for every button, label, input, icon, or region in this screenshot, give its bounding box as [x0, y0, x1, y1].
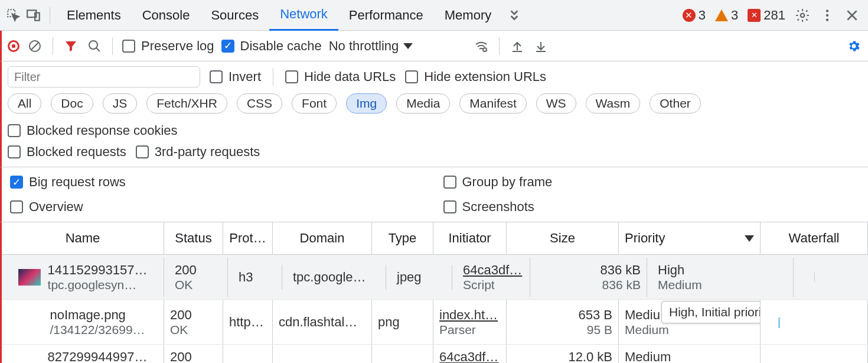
divider [112, 37, 113, 55]
col-priority[interactable]: Priority [619, 222, 761, 254]
overview-checkbox[interactable] [10, 200, 23, 213]
filter-input[interactable] [8, 66, 200, 87]
initiator-link[interactable]: 64ca3df… [439, 349, 500, 363]
blocked-requests-option[interactable]: Blocked requests [8, 144, 126, 160]
initiator-link[interactable]: index.ht… [439, 307, 500, 323]
col-domain[interactable]: Domain [273, 222, 372, 254]
close-icon[interactable] [842, 5, 862, 25]
warning-count[interactable]: 3 [715, 8, 738, 23]
preserve-log-checkbox[interactable] [122, 40, 135, 53]
big-rows-option[interactable]: Big request rows [10, 174, 427, 190]
throttling-select[interactable]: No throttling [329, 38, 466, 54]
third-party-label: 3rd-party requests [155, 144, 260, 160]
name-primary: 141152993157… [48, 262, 148, 278]
type-pill-font[interactable]: Font [292, 93, 337, 114]
big-rows-checkbox[interactable] [10, 176, 23, 189]
divider [50, 7, 50, 24]
settings-gear-icon[interactable] [792, 5, 812, 25]
tab-elements[interactable]: Elements [56, 0, 132, 31]
export-har-icon[interactable] [533, 38, 549, 54]
invert-option[interactable]: Invert [210, 69, 261, 85]
type-pill-other[interactable]: Other [650, 93, 701, 114]
device-toolbar-icon[interactable] [24, 5, 44, 25]
col-type[interactable]: Type [372, 222, 433, 254]
hide-data-urls-label: Hide data URLs [304, 69, 396, 85]
blocked-cookies-checkbox[interactable] [8, 124, 21, 137]
tab-network[interactable]: Network [269, 0, 338, 31]
network-options-bar: Big request rows Overview Group by frame… [0, 167, 868, 222]
blocked-requests-checkbox[interactable] [8, 145, 21, 158]
cell-priority: HighMedium [652, 258, 794, 297]
warning-count-value: 3 [731, 8, 738, 23]
error-count-value: 3 [699, 8, 706, 23]
hide-data-urls-checkbox[interactable] [285, 70, 298, 83]
type-pill-css[interactable]: CSS [237, 93, 282, 114]
cell-waterfall [761, 345, 868, 363]
table-row[interactable]: 827299944997… 200 64ca3df… 12.0 kB Mediu… [2, 345, 868, 363]
hide-data-urls-option[interactable]: Hide data URLs [285, 69, 396, 85]
type-pill-fetch[interactable]: Fetch/XHR [146, 93, 227, 114]
message-count-value: 281 [763, 8, 785, 23]
record-button[interactable] [8, 40, 19, 52]
blocked-cookies-option[interactable]: Blocked response cookies [8, 123, 178, 138]
name-primary: 827299944997… [48, 349, 148, 363]
cell-domain: tpc.google… [287, 265, 386, 290]
invert-label: Invert [229, 69, 261, 85]
hide-extension-urls-checkbox[interactable] [405, 70, 418, 83]
tab-performance[interactable]: Performance [338, 0, 434, 31]
group-frame-option[interactable]: Group by frame [443, 174, 860, 190]
devtools-tabbar: Elements Console Sources Network Perform… [0, 0, 868, 31]
screenshots-checkbox[interactable] [443, 200, 456, 213]
col-size[interactable]: Size [507, 222, 619, 254]
inspect-element-icon[interactable] [4, 5, 24, 25]
tab-memory[interactable]: Memory [434, 0, 502, 31]
col-initiator[interactable]: Initiator [433, 222, 507, 254]
type-pill-ws[interactable]: WS [536, 93, 576, 114]
cell-initiator: 64ca3df… [433, 345, 507, 363]
overview-option[interactable]: Overview [10, 199, 427, 215]
screenshots-option[interactable]: Screenshots [443, 199, 860, 215]
tab-console[interactable]: Console [132, 0, 201, 31]
col-waterfall[interactable]: Waterfall [761, 222, 868, 254]
col-status[interactable]: Status [164, 222, 223, 254]
col-protocol[interactable]: Prot… [223, 222, 273, 254]
message-count[interactable]: ✕281 [748, 8, 785, 23]
network-settings-icon[interactable] [846, 38, 862, 54]
error-count[interactable]: ✕3 [683, 8, 706, 23]
invert-checkbox[interactable] [210, 70, 223, 83]
cell-initiator: 64ca3df…Script [457, 258, 530, 297]
kebab-menu-icon[interactable] [817, 5, 837, 25]
third-party-option[interactable]: 3rd-party requests [136, 144, 260, 160]
preserve-log-option[interactable]: Preserve log [122, 38, 214, 54]
type-pill-wasm[interactable]: Wasm [586, 93, 641, 114]
disable-cache-checkbox[interactable] [221, 40, 234, 53]
hide-extension-urls-option[interactable]: Hide extension URLs [405, 69, 546, 85]
divider [499, 37, 500, 55]
more-tabs-icon[interactable] [504, 5, 524, 25]
table-row[interactable]: noImage.png /134122/32699… 200OK http… c… [2, 300, 868, 345]
clear-icon[interactable] [27, 38, 43, 54]
cell-name: noImage.png /134122/32699… [2, 300, 164, 344]
disable-cache-option[interactable]: Disable cache [221, 38, 322, 54]
type-pill-all[interactable]: All [8, 93, 41, 114]
type-pill-manifest[interactable]: Manifest [459, 93, 526, 114]
cell-waterfall [798, 273, 815, 282]
cell-name: 827299944997… [2, 345, 164, 363]
type-pill-media[interactable]: Media [396, 93, 450, 114]
type-pill-img[interactable]: Img [346, 93, 387, 114]
import-har-icon[interactable] [509, 38, 526, 54]
type-pill-doc[interactable]: Doc [51, 93, 93, 114]
cell-type: png [372, 300, 433, 344]
group-frame-checkbox[interactable] [443, 176, 456, 189]
type-pill-js[interactable]: JS [103, 93, 138, 114]
col-name[interactable]: Name [2, 222, 164, 254]
svg-point-5 [826, 14, 828, 16]
filter-icon[interactable] [63, 38, 79, 54]
network-conditions-icon[interactable] [473, 38, 490, 54]
initiator-link[interactable]: 64ca3df… [463, 262, 524, 278]
tab-sources[interactable]: Sources [200, 0, 269, 31]
third-party-checkbox[interactable] [136, 145, 149, 158]
table-row[interactable]: 141152993157… tpc.googlesyn… 200OK h3 tp… [2, 255, 868, 300]
search-icon[interactable] [86, 38, 103, 54]
name-secondary: tpc.googlesyn… [48, 278, 148, 292]
